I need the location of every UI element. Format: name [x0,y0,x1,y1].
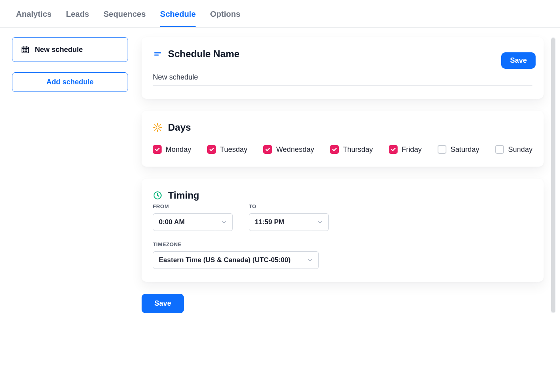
schedule-name-card: Save Schedule Name [142,37,544,99]
days-title: Days [168,122,191,133]
day-label: Friday [402,145,422,154]
svg-point-7 [156,126,159,129]
timezone-label: TIMEZONE [153,241,532,247]
timing-title: Timing [168,190,199,201]
chevron-down-icon [311,214,328,231]
checkbox-icon [207,145,216,154]
days-row: Monday Tuesday Wednesday [153,145,532,154]
page-save-button[interactable]: Save [142,294,184,313]
timezone-value: Eastern Time (US & Canada) (UTC-05:00) [153,256,301,264]
sidebar-schedule-label: New schedule [35,46,83,54]
scrollbar-thumb[interactable] [551,38,555,312]
top-tabs: Analytics Leads Sequences Schedule Optio… [0,0,560,28]
checkbox-icon [153,145,162,154]
clock-icon [153,191,162,200]
day-thursday[interactable]: Thursday [330,145,373,154]
day-wednesday[interactable]: Wednesday [263,145,314,154]
svg-point-5 [25,51,25,52]
svg-point-6 [26,51,27,52]
days-card: Days Monday Tuesday [142,111,544,167]
day-sunday[interactable]: Sunday [495,145,532,154]
svg-point-2 [25,50,25,50]
list-icon [153,49,162,59]
checkbox-icon [495,145,504,154]
tab-leads[interactable]: Leads [66,10,89,27]
checkbox-icon [330,145,339,154]
checkbox-icon [263,145,272,154]
day-label: Sunday [508,145,532,154]
timezone-field: TIMEZONE Eastern Time (US & Canada) (UTC… [153,241,532,269]
schedule-sidebar: New schedule Add schedule [12,37,128,313]
svg-point-3 [26,50,27,50]
day-monday[interactable]: Monday [153,145,191,154]
from-label: FROM [153,203,233,209]
tab-analytics[interactable]: Analytics [16,10,52,27]
timezone-select[interactable]: Eastern Time (US & Canada) (UTC-05:00) [153,251,319,269]
day-tuesday[interactable]: Tuesday [207,145,247,154]
schedule-name-input[interactable] [153,60,532,86]
calendar-icon [20,45,30,54]
to-value: 11:59 PM [249,218,311,226]
from-field: FROM 0:00 AM [153,203,233,231]
from-select[interactable]: 0:00 AM [153,213,233,231]
day-label: Saturday [450,145,479,154]
chevron-down-icon [215,214,232,231]
day-friday[interactable]: Friday [389,145,422,154]
schedule-name-title: Schedule Name [168,48,240,60]
main-content: Save Schedule Name [142,37,544,313]
sun-icon [153,123,162,132]
timing-card: Timing FROM 0:00 AM TO [142,179,544,282]
tab-sequences[interactable]: Sequences [104,10,146,27]
tab-schedule[interactable]: Schedule [160,10,196,27]
day-label: Wednesday [276,145,314,154]
tab-options[interactable]: Options [210,10,240,27]
to-label: TO [249,203,329,209]
add-schedule-button[interactable]: Add schedule [12,72,128,92]
day-label: Thursday [343,145,373,154]
svg-point-4 [24,51,24,52]
scrollbar[interactable] [551,37,556,313]
chevron-down-icon [301,252,318,269]
checkbox-icon [389,145,398,154]
save-button[interactable]: Save [501,52,536,69]
to-select[interactable]: 11:59 PM [249,213,329,231]
to-field: TO 11:59 PM [249,203,329,231]
day-saturday[interactable]: Saturday [438,145,479,154]
sidebar-schedule-item[interactable]: New schedule [12,37,128,62]
checkbox-icon [438,145,446,154]
day-label: Tuesday [220,145,247,154]
from-value: 0:00 AM [153,218,215,226]
svg-point-1 [24,50,24,50]
day-label: Monday [166,145,191,154]
